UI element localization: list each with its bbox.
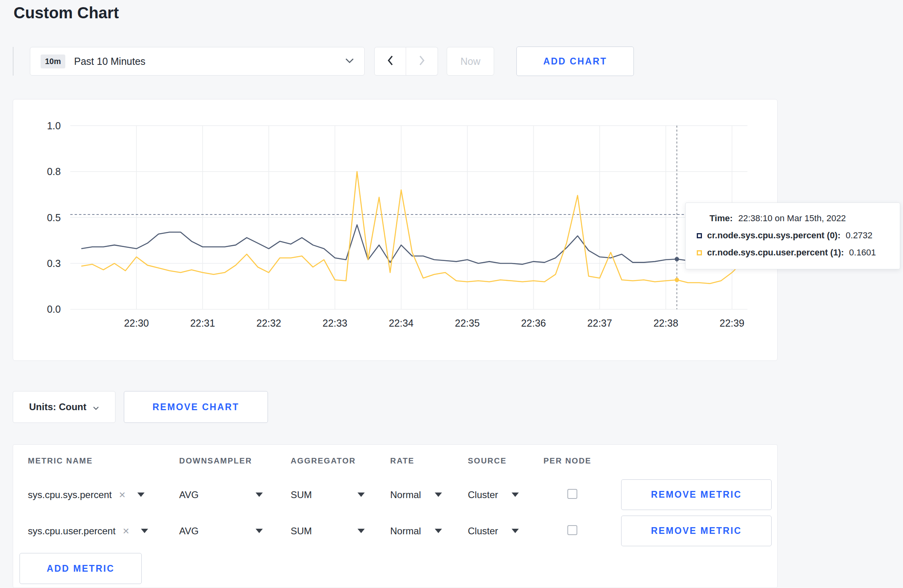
- col-header-downsampler: DOWNSAMPLER: [179, 456, 291, 465]
- svg-text:22:36: 22:36: [521, 317, 546, 329]
- aggregator-value: SUM: [291, 526, 312, 537]
- svg-text:22:35: 22:35: [455, 317, 480, 329]
- caret-down-icon: [137, 493, 145, 497]
- next-time-button[interactable]: [406, 47, 438, 76]
- svg-text:22:30: 22:30: [124, 317, 149, 329]
- svg-text:22:32: 22:32: [256, 317, 281, 329]
- time-nav-group: [374, 47, 438, 76]
- metric-row: sys.cpu.user.percent × AVG SUM Normal Cl…: [13, 513, 777, 549]
- per-node-checkbox[interactable]: [567, 489, 577, 499]
- metric-name-value: sys.cpu.sys.percent: [28, 489, 112, 500]
- caret-down-icon: [141, 529, 148, 533]
- caret-down-icon: [256, 493, 263, 497]
- tooltip-series-value: 0.2732: [846, 230, 872, 241]
- metric-row: sys.cpu.sys.percent × AVG SUM Normal Clu…: [13, 477, 777, 513]
- downsampler-select[interactable]: AVG: [179, 489, 263, 500]
- timeseries-chart[interactable]: 0.00.30.50.81.022:3022:3122:3222:3322:34…: [13, 99, 777, 360]
- caret-down-icon: [512, 493, 519, 497]
- now-button[interactable]: Now: [447, 47, 494, 76]
- tooltip-series-name: cr.node.sys.cpu.sys.percent (0):: [707, 230, 840, 241]
- col-header-per-node: PER NODE: [543, 456, 621, 465]
- downsampler-value: AVG: [179, 489, 199, 500]
- per-node-checkbox[interactable]: [567, 525, 577, 535]
- col-header-source: SOURCE: [468, 456, 543, 465]
- clear-metric-icon[interactable]: ×: [123, 526, 129, 537]
- caret-down-icon: [512, 529, 519, 533]
- tooltip-series-value: 0.1601: [849, 247, 876, 258]
- svg-text:22:37: 22:37: [587, 317, 612, 329]
- tooltip-time-label: Time:: [710, 213, 733, 223]
- metrics-panel: METRIC NAME DOWNSAMPLER AGGREGATOR RATE …: [13, 444, 778, 588]
- chevron-down-icon: [93, 401, 99, 413]
- svg-text:0.0: 0.0: [47, 304, 61, 315]
- aggregator-value: SUM: [291, 489, 312, 500]
- metric-name-select[interactable]: sys.cpu.sys.percent ×: [28, 489, 154, 500]
- downsampler-select[interactable]: AVG: [179, 526, 263, 537]
- time-range-badge: 10m: [41, 55, 65, 68]
- svg-text:0.5: 0.5: [47, 212, 61, 223]
- chart-panel[interactable]: 0.00.30.50.81.022:3022:3122:3222:3322:34…: [13, 99, 778, 361]
- units-select[interactable]: Units: Count: [13, 391, 115, 423]
- aggregator-select[interactable]: SUM: [291, 489, 365, 500]
- chevron-down-icon: [345, 58, 354, 65]
- caret-down-icon: [256, 529, 263, 533]
- source-value: Cluster: [468, 489, 498, 500]
- sys-series-swatch-icon: [697, 233, 702, 238]
- svg-text:22:38: 22:38: [653, 317, 678, 329]
- rate-value: Normal: [390, 489, 421, 500]
- svg-text:0.3: 0.3: [47, 258, 61, 269]
- rate-value: Normal: [390, 526, 421, 537]
- col-header-metric-name: METRIC NAME: [28, 456, 179, 465]
- tooltip-series-row: cr.node.sys.cpu.sys.percent (0): 0.2732: [697, 230, 889, 241]
- svg-text:1.0: 1.0: [47, 120, 61, 131]
- tooltip-time-row: Time:22:38:10 on Mar 15th, 2022: [710, 213, 889, 224]
- col-header-aggregator: AGGREGATOR: [291, 456, 390, 465]
- clear-metric-icon[interactable]: ×: [119, 489, 125, 500]
- toolbar: 10m Past 10 Minutes Now: [13, 47, 494, 76]
- downsampler-value: AVG: [179, 526, 199, 537]
- rate-select[interactable]: Normal: [390, 489, 442, 500]
- caret-down-icon: [358, 529, 365, 533]
- svg-text:22:31: 22:31: [190, 317, 215, 329]
- prev-time-button[interactable]: [374, 47, 406, 76]
- page-title: Custom Chart: [14, 4, 119, 22]
- svg-text:22:39: 22:39: [719, 317, 744, 329]
- caret-down-icon: [435, 529, 442, 533]
- time-range-select[interactable]: 10m Past 10 Minutes: [30, 47, 365, 76]
- caret-down-icon: [358, 493, 365, 497]
- source-select[interactable]: Cluster: [468, 526, 519, 537]
- caret-down-icon: [435, 493, 442, 497]
- user-series-swatch-icon: [697, 250, 702, 255]
- rate-select[interactable]: Normal: [390, 526, 442, 537]
- tooltip-time-value: 22:38:10 on Mar 15th, 2022: [738, 213, 846, 223]
- metric-name-select[interactable]: sys.cpu.user.percent ×: [28, 526, 154, 537]
- add-chart-button[interactable]: ADD CHART: [516, 47, 634, 76]
- units-label: Units: Count: [29, 401, 86, 413]
- svg-text:22:33: 22:33: [322, 317, 347, 329]
- remove-metric-button[interactable]: REMOVE METRIC: [621, 479, 772, 510]
- toolbar-divider: [13, 47, 14, 76]
- remove-metric-button[interactable]: REMOVE METRIC: [621, 516, 772, 546]
- add-metric-button[interactable]: ADD METRIC: [20, 553, 142, 584]
- source-select[interactable]: Cluster: [468, 489, 519, 500]
- col-header-rate: RATE: [390, 456, 468, 465]
- chart-tooltip: Time:22:38:10 on Mar 15th, 2022 cr.node.…: [685, 202, 900, 269]
- metric-name-value: sys.cpu.user.percent: [28, 526, 115, 537]
- source-value: Cluster: [468, 526, 498, 537]
- chevron-right-icon: [419, 55, 425, 67]
- remove-chart-button[interactable]: REMOVE CHART: [124, 391, 268, 423]
- aggregator-select[interactable]: SUM: [291, 526, 365, 537]
- chevron-left-icon: [387, 55, 393, 67]
- tooltip-series-name: cr.node.sys.cpu.user.percent (1):: [707, 247, 844, 258]
- svg-text:22:34: 22:34: [389, 317, 413, 329]
- metrics-table-header: METRIC NAME DOWNSAMPLER AGGREGATOR RATE …: [13, 445, 777, 477]
- units-bar: Units: Count REMOVE CHART: [13, 391, 268, 423]
- time-range-label: Past 10 Minutes: [74, 56, 145, 67]
- tooltip-series-row: cr.node.sys.cpu.user.percent (1): 0.1601: [697, 247, 889, 258]
- svg-text:0.8: 0.8: [47, 166, 61, 177]
